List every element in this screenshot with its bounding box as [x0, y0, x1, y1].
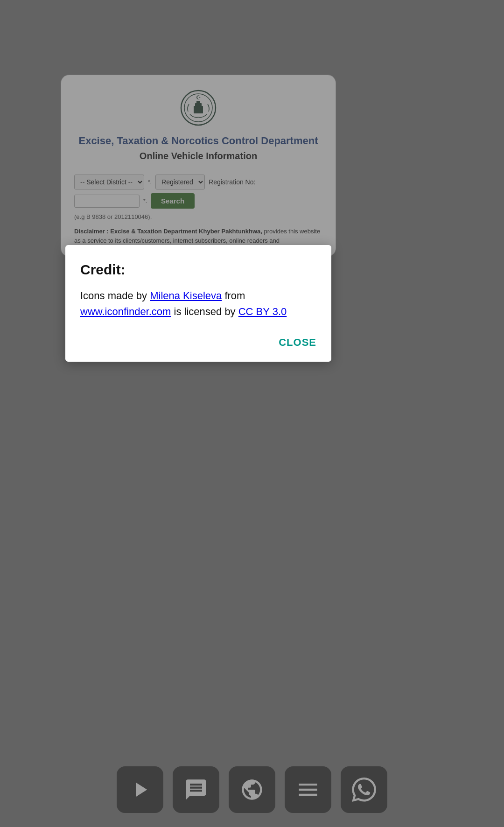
modal-body-text2: from: [224, 290, 245, 301]
iconfinder-link[interactable]: www.iconfinder.com: [80, 306, 171, 317]
modal-footer: CLOSE: [80, 336, 316, 349]
modal-body-text3: is licensed by: [174, 306, 238, 317]
modal-overlay: Credit: Icons made by Milena Kiseleva fr…: [0, 0, 504, 827]
modal-body-text1: Icons made by: [80, 290, 150, 301]
close-button[interactable]: CLOSE: [279, 336, 316, 349]
modal-title: Credit:: [80, 262, 316, 278]
modal-body: Icons made by Milena Kiseleva from www.i…: [80, 288, 316, 320]
milena-kiseleva-link[interactable]: Milena Kiseleva: [150, 290, 222, 301]
credit-modal: Credit: Icons made by Milena Kiseleva fr…: [65, 245, 331, 362]
cc-by-link[interactable]: CC BY 3.0: [238, 306, 287, 317]
